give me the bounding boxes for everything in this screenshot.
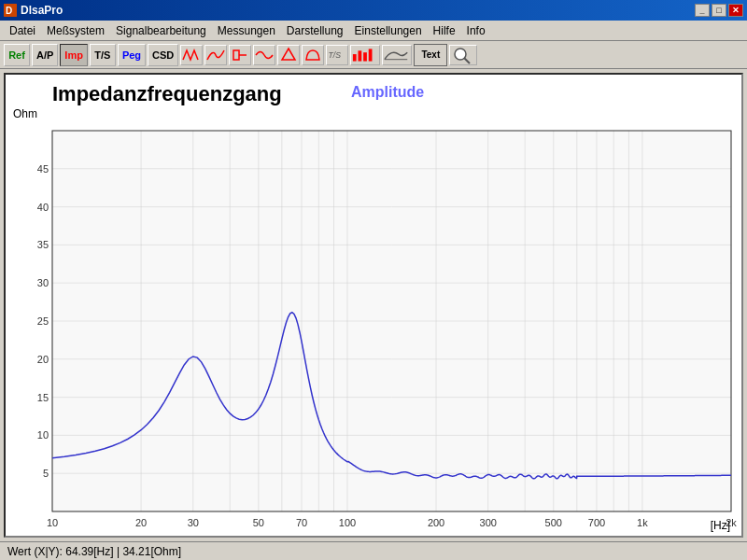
peg-button[interactable]: Peg <box>118 44 146 66</box>
menubar: Datei Meßsystem Signalbearbeitung Messun… <box>0 21 747 41</box>
waveform-icon-1[interactable] <box>180 45 203 65</box>
imp-button[interactable]: Imp <box>60 44 88 66</box>
svg-text:T/S: T/S <box>329 50 342 60</box>
bell-icon[interactable] <box>302 45 324 65</box>
menu-info[interactable]: Info <box>461 22 491 39</box>
menu-hilfe[interactable]: Hilfe <box>428 22 461 39</box>
titlebar: D DlsaPro _ □ ✕ <box>0 0 747 21</box>
ts-button[interactable]: T/S <box>90 44 116 66</box>
search-icon[interactable] <box>449 45 477 65</box>
text-button[interactable]: Text <box>414 44 447 66</box>
chart-container: Impedanzfrequenzgang Amplitude Ohm [Hz] <box>4 73 743 538</box>
curve-icon[interactable] <box>382 45 412 65</box>
chart-canvas[interactable] <box>6 75 743 538</box>
y-axis-label: Ohm <box>13 107 37 120</box>
svg-rect-6 <box>353 54 357 62</box>
minimize-button[interactable]: _ <box>695 4 710 17</box>
close-button[interactable]: ✕ <box>728 4 743 17</box>
toolbar: Ref A/P Imp T/S Peg CSD T/S <box>0 41 747 69</box>
waveform-icon-2[interactable] <box>204 45 227 65</box>
svg-rect-2 <box>233 50 239 60</box>
chart-title-left: Impedanzfrequenzgang <box>52 82 282 106</box>
svg-rect-7 <box>359 50 362 61</box>
menu-messungen[interactable]: Messungen <box>212 22 281 39</box>
svg-marker-4 <box>282 49 295 60</box>
spectrum-icon[interactable] <box>277 45 300 65</box>
menu-datei[interactable]: Datei <box>4 22 41 39</box>
statusbar: Wert (X|Y): 64.39[Hz] | 34.21[Ohm] <box>0 541 747 560</box>
maximize-button[interactable]: □ <box>712 4 726 17</box>
x-axis-label: [Hz] <box>711 519 730 532</box>
titlebar-title: DlsaPro <box>21 4 63 17</box>
svg-text:D: D <box>6 6 12 16</box>
ts-icon[interactable]: T/S <box>326 45 348 65</box>
titlebar-buttons: _ □ ✕ <box>695 4 743 17</box>
svg-rect-8 <box>363 52 367 61</box>
waveform-icon-4[interactable] <box>253 45 275 65</box>
chart-title-right: Amplitude <box>351 84 424 101</box>
svg-line-12 <box>464 58 470 63</box>
waveform-icon-3[interactable] <box>229 45 251 65</box>
status-text: Wert (X|Y): 64.39[Hz] | 34.21[Ohm] <box>7 545 181 558</box>
main-content: Impedanzfrequenzgang Amplitude Ohm [Hz] <box>0 69 747 541</box>
app-icon: D <box>4 4 17 17</box>
menu-messsystem[interactable]: Meßsystem <box>41 22 110 39</box>
menu-einstellungen[interactable]: Einstellungen <box>349 22 428 39</box>
menu-signalbearbeitung[interactable]: Signalbearbeitung <box>110 22 212 39</box>
ap-button[interactable]: A/P <box>32 44 58 66</box>
menu-darstellung[interactable]: Darstellung <box>281 22 349 39</box>
csd-button[interactable]: CSD <box>148 44 178 66</box>
svg-rect-9 <box>369 49 373 61</box>
titlebar-left: D DlsaPro <box>4 4 63 17</box>
ref-button[interactable]: Ref <box>4 44 30 66</box>
bar-chart-icon[interactable] <box>350 45 380 65</box>
